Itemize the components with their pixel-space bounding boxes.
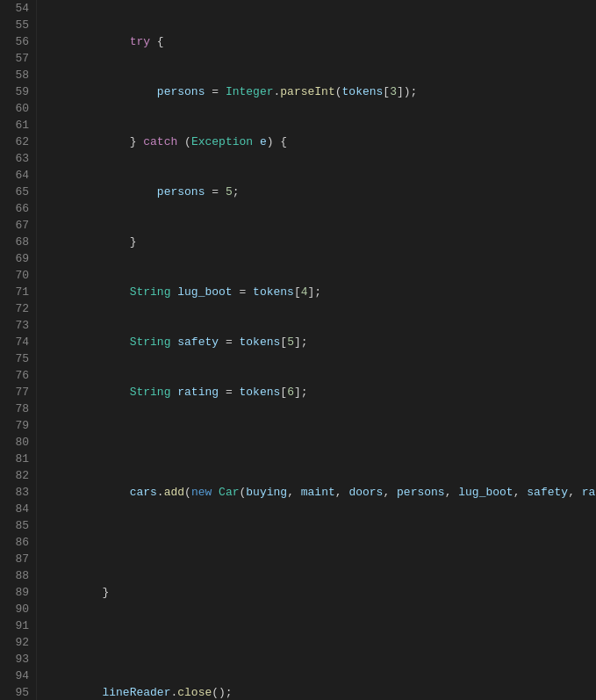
code-content[interactable]: try { persons = Integer.parseInt(tokens[… xyxy=(37,0,596,700)
ln-87: 87 xyxy=(4,551,29,567)
ln-76: 76 xyxy=(4,367,29,384)
ln-67: 67 xyxy=(4,217,29,234)
code-line-62 xyxy=(47,434,596,451)
ln-55: 55 xyxy=(4,17,29,33)
code-line-66 xyxy=(47,634,596,651)
ln-57: 57 xyxy=(4,50,29,67)
ln-91: 91 xyxy=(4,617,29,634)
ln-82: 82 xyxy=(4,467,29,484)
ln-59: 59 xyxy=(4,83,29,100)
code-editor: 54 55 56 57 58 59 60 61 62 63 64 65 66 6… xyxy=(0,0,596,700)
line-numbers: 54 55 56 57 58 59 60 61 62 63 64 65 66 6… xyxy=(0,0,37,700)
ln-54: 54 xyxy=(4,0,29,17)
ln-86: 86 xyxy=(4,534,29,551)
ln-63: 63 xyxy=(4,150,29,167)
code-line-55: persons = Integer.parseInt(tokens[3]); xyxy=(47,83,596,100)
ln-94: 94 xyxy=(4,668,29,684)
ln-92: 92 xyxy=(4,634,29,651)
ln-61: 61 xyxy=(4,117,29,134)
code-line-65: } xyxy=(47,584,596,601)
ln-95: 95 xyxy=(4,684,29,700)
ln-65: 65 xyxy=(4,184,29,200)
code-line-63: cars.add(new Car(buying, maint, doors, p… xyxy=(47,484,596,501)
ln-71: 71 xyxy=(4,284,29,300)
code-line-61: String rating = tokens[6]; xyxy=(47,384,596,401)
ln-60: 60 xyxy=(4,100,29,117)
ln-80: 80 xyxy=(4,434,29,451)
ln-73: 73 xyxy=(4,317,29,334)
ln-68: 68 xyxy=(4,234,29,250)
code-line-67: lineReader.close(); xyxy=(47,684,596,700)
ln-88: 88 xyxy=(4,567,29,584)
ln-64: 64 xyxy=(4,167,29,184)
code-line-58: } xyxy=(47,234,596,250)
ln-69: 69 xyxy=(4,250,29,267)
ln-81: 81 xyxy=(4,451,29,467)
ln-62: 62 xyxy=(4,134,29,150)
ln-90: 90 xyxy=(4,601,29,617)
ln-84: 84 xyxy=(4,501,29,517)
code-line-59: String lug_boot = tokens[4]; xyxy=(47,284,596,300)
ln-74: 74 xyxy=(4,334,29,350)
ln-93: 93 xyxy=(4,651,29,668)
ln-83: 83 xyxy=(4,484,29,501)
code-line-56: } catch (Exception e) { xyxy=(47,134,596,150)
code-line-60: String safety = tokens[5]; xyxy=(47,334,596,350)
ln-75: 75 xyxy=(4,350,29,367)
ln-66: 66 xyxy=(4,200,29,217)
code-line-64 xyxy=(47,534,596,551)
ln-72: 72 xyxy=(4,300,29,317)
ln-70: 70 xyxy=(4,267,29,284)
ln-85: 85 xyxy=(4,517,29,534)
ln-89: 89 xyxy=(4,584,29,601)
code-line-54: try { xyxy=(47,33,596,50)
ln-58: 58 xyxy=(4,67,29,83)
code-line-57: persons = 5; xyxy=(47,184,596,200)
ln-56: 56 xyxy=(4,33,29,50)
ln-78: 78 xyxy=(4,401,29,417)
ln-79: 79 xyxy=(4,417,29,434)
ln-77: 77 xyxy=(4,384,29,401)
